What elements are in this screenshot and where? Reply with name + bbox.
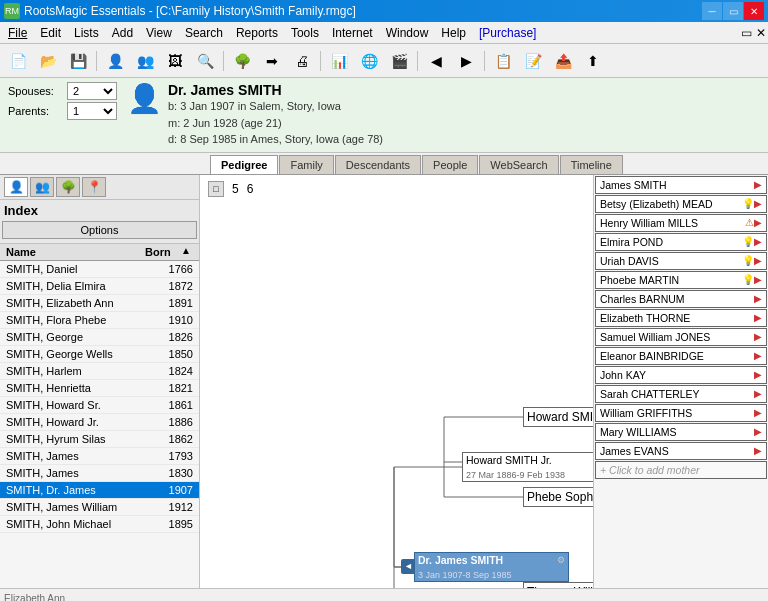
index-row[interactable]: SMITH, Flora Phebe1910 xyxy=(0,312,199,329)
minimize-button[interactable]: ─ xyxy=(702,2,722,20)
toolbar-media-btn[interactable]: 🎬 xyxy=(385,48,413,74)
index-row[interactable]: SMITH, Hyrum Silas1862 xyxy=(0,431,199,448)
pbox-thomas-william[interactable]: Thomas William JONES ⚙ xyxy=(523,582,593,588)
menu-purchase[interactable]: [Purchase] xyxy=(473,24,542,42)
right-panel-item[interactable]: Eleanor BAINBRIDGE▶ xyxy=(595,347,767,365)
rpbox-name: + Click to add mother xyxy=(600,464,762,476)
index-row[interactable]: SMITH, Henrietta1821 xyxy=(0,380,199,397)
tab-websearch[interactable]: WebSearch xyxy=(479,155,558,174)
toolbar-photo-btn[interactable]: 🖼 xyxy=(161,48,189,74)
tab-family[interactable]: Family xyxy=(279,155,333,174)
pedigree-checkbox[interactable]: □ xyxy=(208,181,224,197)
pbox-james-smith-main[interactable]: Dr. James SMITH ⚙ 3 Jan 1907-8 Sep 1985 xyxy=(414,552,569,582)
person-name: Dr. James SMITH xyxy=(168,82,760,98)
toolbar-save-btn[interactable]: 💾 xyxy=(64,48,92,74)
parents-select[interactable]: 1 xyxy=(67,102,117,120)
right-panel-item[interactable]: William GRIFFITHS▶ xyxy=(595,404,767,422)
right-panel-item[interactable]: Betsy (Elizabeth) MEAD💡▶ xyxy=(595,195,767,213)
right-panel-item[interactable]: Phoebe MARTIN💡▶ xyxy=(595,271,767,289)
index-row-name: SMITH, Delia Elmira xyxy=(2,279,157,293)
tab-timeline[interactable]: Timeline xyxy=(560,155,623,174)
index-row[interactable]: SMITH, George Wells1850 xyxy=(0,346,199,363)
index-row[interactable]: SMITH, Dr. James1907 xyxy=(0,482,199,499)
index-row[interactable]: SMITH, Howard Jr.1886 xyxy=(0,414,199,431)
toolbar-forward-btn[interactable]: ▶ xyxy=(452,48,480,74)
right-panel-item[interactable]: Henry William MILLS⚠▶ xyxy=(595,214,767,232)
right-panel-item[interactable]: Elmira POND💡▶ xyxy=(595,233,767,251)
options-button[interactable]: Options xyxy=(2,221,197,239)
pedigree-area[interactable]: □ 5 6 xyxy=(200,175,593,588)
right-panel-item[interactable]: Elizabeth THORNE▶ xyxy=(595,309,767,327)
menu-restore-btn[interactable]: ▭ xyxy=(741,26,752,40)
menu-window[interactable]: Window xyxy=(380,24,435,42)
rpbox-name: Samuel William JONES xyxy=(600,331,754,343)
sort-icon[interactable]: ▲ xyxy=(181,245,197,259)
sidebar-tab-person[interactable]: 👤 xyxy=(4,177,28,197)
menu-close-btn[interactable]: ✕ xyxy=(756,26,766,40)
toolbar-back-btn[interactable]: ◀ xyxy=(422,48,450,74)
right-panel-item[interactable]: Mary WILLIAMS▶ xyxy=(595,423,767,441)
sidebar-tab-place[interactable]: 📍 xyxy=(82,177,106,197)
index-row[interactable]: SMITH, Howard Sr.1861 xyxy=(0,397,199,414)
toolbar-print-btn[interactable]: 🖨 xyxy=(288,48,316,74)
pbox-name-james-smith: Dr. James SMITH xyxy=(418,554,503,566)
menu-view[interactable]: View xyxy=(140,24,178,42)
index-row-name: SMITH, Daniel xyxy=(2,262,157,276)
menu-lists[interactable]: Lists xyxy=(68,24,105,42)
right-panel-item[interactable]: Sarah CHATTERLEY▶ xyxy=(595,385,767,403)
toolbar-extra1-btn[interactable]: 📋 xyxy=(489,48,517,74)
toolbar-person-btn[interactable]: 👤 xyxy=(101,48,129,74)
menu-file[interactable]: File xyxy=(2,24,33,42)
right-panel-item[interactable]: Charles BARNUM▶ xyxy=(595,290,767,308)
right-panel-item[interactable]: James SMITH▶ xyxy=(595,176,767,194)
arrow-icon: ▶ xyxy=(754,236,762,247)
toolbar-extra3-btn[interactable]: 📤 xyxy=(549,48,577,74)
menu-internet[interactable]: Internet xyxy=(326,24,379,42)
toolbar-sep-3 xyxy=(320,51,321,71)
toolbar-new-btn[interactable]: 📄 xyxy=(4,48,32,74)
menu-help[interactable]: Help xyxy=(435,24,472,42)
close-button[interactable]: ✕ xyxy=(744,2,764,20)
index-row[interactable]: SMITH, James William1912 xyxy=(0,499,199,516)
menu-tools[interactable]: Tools xyxy=(285,24,325,42)
toolbar-directions-btn[interactable]: ➡ xyxy=(258,48,286,74)
arrow-icon: ▶ xyxy=(754,445,762,456)
right-panel-item[interactable]: Samuel William JONES▶ xyxy=(595,328,767,346)
toolbar-open-btn[interactable]: 📂 xyxy=(34,48,62,74)
index-row[interactable]: SMITH, Harlem1824 xyxy=(0,363,199,380)
pbox-howard-sr[interactable]: Howard SMITH Sr. ⚙ xyxy=(523,407,593,427)
sidebar-tab-family[interactable]: 👥 xyxy=(30,177,54,197)
toolbar-addperson-btn[interactable]: 👥 xyxy=(131,48,159,74)
restore-button[interactable]: ▭ xyxy=(723,2,743,20)
toolbar-extra2-btn[interactable]: 📝 xyxy=(519,48,547,74)
menu-search[interactable]: Search xyxy=(179,24,229,42)
pbox-howard-jr[interactable]: Howard SMITH Jr. ⚙ 27 Mar 1886-9 Feb 193… xyxy=(462,452,593,482)
tab-pedigree[interactable]: Pedigree xyxy=(210,155,278,174)
right-panel-item[interactable]: John KAY▶ xyxy=(595,366,767,384)
index-row[interactable]: SMITH, John Michael1895 xyxy=(0,516,199,533)
toolbar-reports-btn[interactable]: 📊 xyxy=(325,48,353,74)
toolbar-web-btn[interactable]: 🌐 xyxy=(355,48,383,74)
menu-edit[interactable]: Edit xyxy=(34,24,67,42)
index-row[interactable]: SMITH, Delia Elmira1872 xyxy=(0,278,199,295)
rpbox-name: Uriah DAVIS xyxy=(600,255,742,267)
menu-reports[interactable]: Reports xyxy=(230,24,284,42)
right-panel-item[interactable]: Uriah DAVIS💡▶ xyxy=(595,252,767,270)
spouses-select[interactable]: 2 xyxy=(67,82,117,100)
rpbox-name: Henry William MILLS xyxy=(600,217,745,229)
index-row[interactable]: SMITH, James1793 xyxy=(0,448,199,465)
index-row[interactable]: SMITH, James1830 xyxy=(0,465,199,482)
tab-people[interactable]: People xyxy=(422,155,478,174)
right-panel-item[interactable]: James EVANS▶ xyxy=(595,442,767,460)
toolbar-search-btn[interactable]: 🔍 xyxy=(191,48,219,74)
toolbar-extra4-btn[interactable]: ⬆ xyxy=(579,48,607,74)
toolbar-pedigree-btn[interactable]: 🌳 xyxy=(228,48,256,74)
menu-add[interactable]: Add xyxy=(106,24,139,42)
pbox-phebe-davis[interactable]: Phebe Sophia DAVIS ⚙ xyxy=(523,487,593,507)
right-panel-item[interactable]: + Click to add mother xyxy=(595,461,767,479)
sidebar-tab-media[interactable]: 🌳 xyxy=(56,177,80,197)
index-row[interactable]: SMITH, Daniel1766 xyxy=(0,261,199,278)
index-row[interactable]: SMITH, George1826 xyxy=(0,329,199,346)
tab-descendants[interactable]: Descendants xyxy=(335,155,421,174)
index-row[interactable]: SMITH, Elizabeth Ann1891 xyxy=(0,295,199,312)
